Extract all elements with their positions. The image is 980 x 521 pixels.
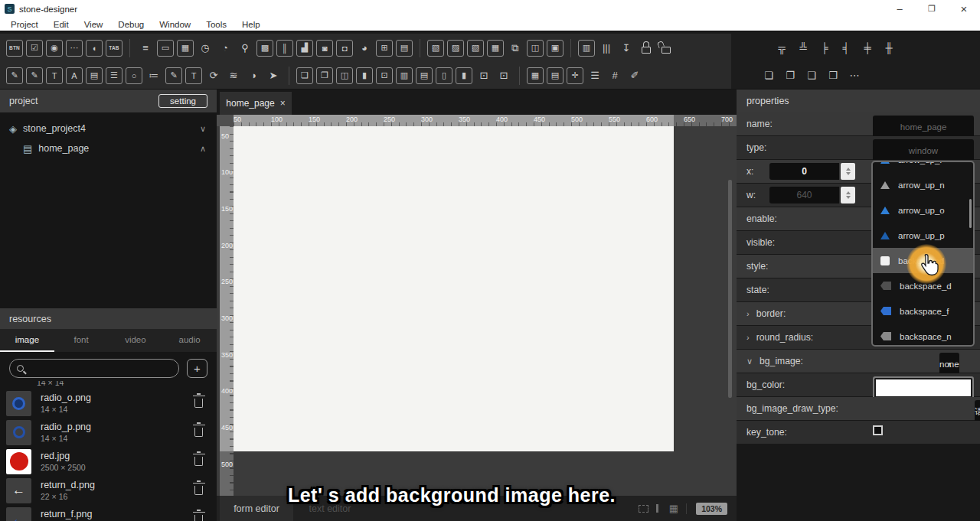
- image-button-widget-icon[interactable]: ◙: [316, 40, 333, 57]
- search-input[interactable]: [9, 359, 179, 378]
- video-widget-icon[interactable]: ◫: [527, 40, 544, 57]
- menu-debug[interactable]: Debug: [110, 20, 152, 29]
- type-field[interactable]: window: [873, 139, 974, 162]
- text-area-icon[interactable]: A: [66, 67, 83, 84]
- align-right-icon[interactable]: ╡: [838, 40, 854, 57]
- contrast-tool-icon[interactable]: ◑: [245, 67, 262, 84]
- tab-image[interactable]: image: [0, 329, 54, 352]
- more-options-icon[interactable]: ⋯: [846, 67, 863, 84]
- window-layout-icon[interactable]: ❏: [296, 67, 313, 84]
- align-left-icon[interactable]: ╞: [816, 40, 833, 57]
- toggle-widget-icon[interactable]: ◖: [86, 40, 103, 57]
- tab-close-icon[interactable]: ×: [280, 98, 286, 109]
- radio-widget-icon[interactable]: ◉: [46, 40, 63, 57]
- dropper-widget-icon[interactable]: ⚲: [237, 40, 253, 57]
- design-canvas[interactable]: [234, 126, 674, 451]
- send-backward-icon[interactable]: ❐: [782, 67, 799, 84]
- photo-image-icon[interactable]: ▧: [427, 40, 444, 57]
- chevron-right-icon[interactable]: ›: [746, 309, 750, 318]
- dropdown-option-backspace_n[interactable]: backspace_n: [873, 324, 973, 347]
- split-view-icon[interactable]: ◫: [336, 67, 353, 84]
- distribute-vertical-icon[interactable]: ╫: [880, 40, 897, 57]
- crop-tool-icon[interactable]: #: [606, 67, 623, 84]
- menu-edit[interactable]: Edit: [46, 20, 77, 29]
- list-item[interactable]: radio_p.png14 × 14: [0, 418, 217, 447]
- vscroll-widget-icon[interactable]: ▯: [436, 67, 452, 84]
- table-widget-icon[interactable]: ⊞: [376, 40, 393, 57]
- edit-pencil-alt-icon[interactable]: ✎: [26, 67, 43, 84]
- minimize-button[interactable]: –: [884, 3, 916, 15]
- lock-icon[interactable]: [638, 40, 655, 57]
- download-icon[interactable]: ↧: [618, 40, 635, 57]
- album-widget-icon[interactable]: ▣: [547, 40, 564, 57]
- distribute-horizontal-icon[interactable]: ╪: [859, 40, 876, 57]
- pan-move-icon[interactable]: ✛: [567, 67, 583, 84]
- text-rotate-icon[interactable]: ⟳: [205, 67, 222, 84]
- unlock-icon[interactable]: [658, 40, 675, 57]
- qrcode-widget-icon[interactable]: ▩: [256, 40, 273, 57]
- monitor-out-icon[interactable]: ⊡: [495, 67, 512, 84]
- close-button[interactable]: ×: [948, 2, 980, 15]
- bitmap-image-icon[interactable]: ▦: [487, 40, 504, 57]
- monitor-in-icon[interactable]: ⊡: [475, 67, 492, 84]
- delete-icon[interactable]: [194, 457, 203, 466]
- gauge-widget-icon[interactable]: ◔: [217, 40, 234, 57]
- pie-chart-widget-icon[interactable]: ◕: [356, 40, 373, 57]
- list-widget-icon[interactable]: ☰: [106, 67, 122, 84]
- dropdown-option-arrow_up_f[interactable]: arrow_up_f: [873, 161, 973, 172]
- slider-widget-icon[interactable]: ≡: [137, 40, 154, 57]
- menu-tools[interactable]: Tools: [198, 20, 234, 29]
- tab-audio[interactable]: audio: [162, 329, 217, 352]
- chart-widget-icon[interactable]: ▟: [296, 40, 313, 57]
- chevron-down-icon[interactable]: ∨: [746, 357, 753, 366]
- vertical-sliders-icon[interactable]: |||: [598, 40, 615, 57]
- vslider-widget-icon[interactable]: ▮: [456, 67, 472, 84]
- progress-widget-icon[interactable]: ▭: [157, 40, 174, 57]
- zoom-level-badge[interactable]: 103%: [696, 503, 727, 515]
- align-bottom-icon[interactable]: ╩: [795, 40, 812, 57]
- spinner-buttons[interactable]: [841, 187, 855, 204]
- delete-icon[interactable]: [194, 428, 203, 437]
- menu-window[interactable]: Window: [152, 20, 198, 29]
- image-toggle-widget-icon[interactable]: ◘: [336, 40, 353, 57]
- bg_image-select[interactable]: none∧: [939, 353, 959, 376]
- dropdown-option-backspace_f[interactable]: backspace_f: [873, 298, 973, 324]
- edit-pencil-icon[interactable]: ✎: [6, 67, 23, 84]
- tab-font[interactable]: font: [54, 329, 109, 352]
- tooltip-tool-icon[interactable]: ➤: [265, 67, 282, 84]
- ellipse-widget-icon[interactable]: ○: [126, 67, 142, 84]
- list-item[interactable]: red.jpg2500 × 2500: [0, 447, 217, 476]
- image-copies-icon[interactable]: ⧉: [507, 40, 524, 57]
- chevron-right-icon[interactable]: ›: [746, 333, 750, 342]
- tree-item-project[interactable]: ◈ stone_project4 ∨: [0, 119, 217, 138]
- gif-image-icon[interactable]: ▨: [447, 40, 464, 57]
- text-label-icon[interactable]: T: [46, 67, 63, 84]
- w-field[interactable]: 640: [769, 187, 839, 204]
- tab-video[interactable]: video: [109, 329, 163, 352]
- rows-layout-icon[interactable]: ▤: [416, 67, 433, 84]
- calendar-widget-icon[interactable]: ▦: [177, 40, 194, 57]
- device-preview-icon[interactable]: ▥: [578, 40, 595, 57]
- bring-to-front-icon[interactable]: ❑: [803, 67, 820, 84]
- bg_color-swatch[interactable]: [873, 376, 974, 399]
- bg_image_draw_type-select[interactable]: 请选择∨: [975, 400, 980, 423]
- delete-icon[interactable]: [194, 515, 203, 521]
- form-widget-icon[interactable]: ▤: [86, 67, 103, 84]
- chevron-down-icon[interactable]: ∨: [200, 124, 206, 134]
- tree-item-home-page[interactable]: ▤ home_page ∧: [0, 138, 217, 158]
- dropdown-scrollbar[interactable]: [969, 199, 972, 228]
- frame-layout-icon[interactable]: ⊡: [376, 67, 393, 84]
- dropdown-option-arrow_up_n[interactable]: arrow_up_n: [873, 172, 973, 197]
- svg-image-icon[interactable]: ▧: [467, 40, 484, 57]
- menu-project[interactable]: Project: [3, 20, 46, 29]
- button-widget-icon[interactable]: BTN: [6, 40, 23, 57]
- barcode-widget-icon[interactable]: ║: [276, 40, 293, 57]
- menu-view[interactable]: View: [77, 20, 111, 29]
- add-resource-button[interactable]: +: [187, 359, 207, 378]
- list-item[interactable]: radio_o.png14 × 14: [0, 389, 217, 418]
- columns-layout-icon[interactable]: ▥: [396, 67, 413, 84]
- canvas-scrollbar[interactable]: [728, 180, 732, 398]
- bring-forward-icon[interactable]: ❏: [760, 67, 777, 84]
- stamp-tool-icon[interactable]: ≋: [225, 67, 242, 84]
- ordered-list-icon[interactable]: ≔: [145, 67, 162, 84]
